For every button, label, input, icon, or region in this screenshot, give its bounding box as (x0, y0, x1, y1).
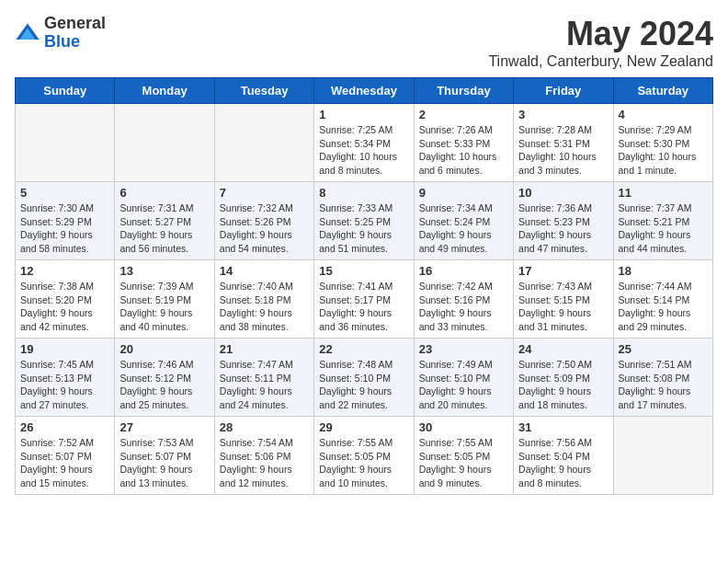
day-header-wednesday: Wednesday (314, 78, 414, 104)
calendar-cell: 4Sunrise: 7:29 AM Sunset: 5:30 PM Daylig… (613, 104, 712, 182)
day-number: 20 (119, 342, 209, 356)
calendar-cell: 9Sunrise: 7:34 AM Sunset: 5:24 PM Daylig… (414, 182, 513, 260)
day-number: 4 (619, 108, 708, 121)
cell-info: Sunrise: 7:43 AM Sunset: 5:15 PM Dayligh… (518, 280, 608, 334)
week-row-2: 5Sunrise: 7:30 AM Sunset: 5:29 PM Daylig… (16, 182, 713, 260)
logo-text: General Blue (44, 15, 106, 52)
calendar-cell: 30Sunrise: 7:55 AM Sunset: 5:05 PM Dayli… (414, 417, 513, 495)
calendar-cell: 15Sunrise: 7:41 AM Sunset: 5:17 PM Dayli… (314, 260, 414, 339)
calendar-cell: 13Sunrise: 7:39 AM Sunset: 5:19 PM Dayli… (115, 260, 214, 339)
day-header-sunday: Sunday (16, 78, 115, 104)
page-title: May 2024 (488, 15, 713, 53)
cell-info: Sunrise: 7:30 AM Sunset: 5:29 PM Dayligh… (20, 201, 109, 256)
calendar-cell (613, 417, 712, 495)
day-number: 8 (319, 186, 408, 200)
title-section: May 2024 Tinwald, Canterbury, New Zealan… (488, 15, 713, 70)
cell-info: Sunrise: 7:32 AM Sunset: 5:26 PM Dayligh… (220, 201, 309, 256)
day-number: 5 (20, 186, 109, 200)
cell-info: Sunrise: 7:37 AM Sunset: 5:21 PM Dayligh… (619, 201, 708, 256)
page-subtitle: Tinwald, Canterbury, New Zealand (488, 53, 713, 70)
calendar-cell: 14Sunrise: 7:40 AM Sunset: 5:18 PM Dayli… (214, 260, 313, 339)
day-number: 19 (20, 342, 109, 356)
calendar-cell: 24Sunrise: 7:50 AM Sunset: 5:09 PM Dayli… (514, 339, 613, 417)
cell-info: Sunrise: 7:44 AM Sunset: 5:14 PM Dayligh… (619, 280, 708, 334)
calendar-cell: 26Sunrise: 7:52 AM Sunset: 5:07 PM Dayli… (16, 417, 115, 495)
day-number: 29 (319, 420, 408, 434)
cell-info: Sunrise: 7:53 AM Sunset: 5:07 PM Dayligh… (119, 436, 209, 490)
cell-info: Sunrise: 7:52 AM Sunset: 5:07 PM Dayligh… (20, 436, 109, 490)
calendar-cell: 29Sunrise: 7:55 AM Sunset: 5:05 PM Dayli… (314, 417, 414, 495)
calendar-cell: 21Sunrise: 7:47 AM Sunset: 5:11 PM Dayli… (214, 339, 313, 417)
day-number: 12 (20, 264, 109, 278)
day-number: 23 (419, 342, 508, 356)
logo-general: General (44, 15, 106, 33)
calendar-cell: 2Sunrise: 7:26 AM Sunset: 5:33 PM Daylig… (414, 104, 513, 182)
cell-info: Sunrise: 7:55 AM Sunset: 5:05 PM Dayligh… (319, 436, 408, 490)
cell-info: Sunrise: 7:33 AM Sunset: 5:25 PM Dayligh… (319, 201, 408, 256)
day-header-monday: Monday (115, 78, 214, 104)
day-header-friday: Friday (514, 78, 613, 104)
day-number: 11 (619, 186, 708, 200)
cell-info: Sunrise: 7:49 AM Sunset: 5:10 PM Dayligh… (419, 358, 508, 412)
day-number: 21 (220, 342, 309, 356)
day-number: 13 (119, 264, 209, 278)
calendar-table: SundayMondayTuesdayWednesdayThursdayFrid… (15, 77, 713, 495)
calendar-cell: 17Sunrise: 7:43 AM Sunset: 5:15 PM Dayli… (514, 260, 613, 339)
logo-icon (15, 20, 40, 46)
day-number: 26 (20, 420, 109, 434)
week-row-1: 1Sunrise: 7:25 AM Sunset: 5:34 PM Daylig… (16, 104, 713, 182)
calendar-cell (16, 104, 115, 182)
day-number: 15 (319, 264, 408, 278)
week-row-3: 12Sunrise: 7:38 AM Sunset: 5:20 PM Dayli… (16, 260, 713, 339)
cell-info: Sunrise: 7:36 AM Sunset: 5:23 PM Dayligh… (518, 201, 608, 256)
cell-info: Sunrise: 7:51 AM Sunset: 5:08 PM Dayligh… (619, 358, 708, 412)
calendar-cell: 27Sunrise: 7:53 AM Sunset: 5:07 PM Dayli… (115, 417, 214, 495)
cell-info: Sunrise: 7:56 AM Sunset: 5:04 PM Dayligh… (518, 436, 608, 490)
calendar-cell: 12Sunrise: 7:38 AM Sunset: 5:20 PM Dayli… (16, 260, 115, 339)
day-number: 17 (518, 264, 608, 278)
day-number: 24 (518, 342, 608, 356)
calendar-cell: 8Sunrise: 7:33 AM Sunset: 5:25 PM Daylig… (314, 182, 414, 260)
day-number: 22 (319, 342, 408, 356)
cell-info: Sunrise: 7:54 AM Sunset: 5:06 PM Dayligh… (220, 436, 309, 490)
day-number: 9 (419, 186, 508, 200)
day-number: 18 (619, 264, 708, 278)
day-number: 14 (220, 264, 309, 278)
calendar-cell: 11Sunrise: 7:37 AM Sunset: 5:21 PM Dayli… (613, 182, 712, 260)
day-number: 6 (119, 186, 209, 200)
cell-info: Sunrise: 7:29 AM Sunset: 5:30 PM Dayligh… (619, 123, 708, 178)
cell-info: Sunrise: 7:40 AM Sunset: 5:18 PM Dayligh… (220, 280, 309, 334)
week-row-4: 19Sunrise: 7:45 AM Sunset: 5:13 PM Dayli… (16, 339, 713, 417)
day-header-tuesday: Tuesday (214, 78, 313, 104)
cell-info: Sunrise: 7:47 AM Sunset: 5:11 PM Dayligh… (220, 358, 309, 412)
day-number: 31 (518, 420, 608, 434)
day-number: 1 (319, 108, 408, 121)
cell-info: Sunrise: 7:42 AM Sunset: 5:16 PM Dayligh… (419, 280, 508, 334)
calendar-cell: 5Sunrise: 7:30 AM Sunset: 5:29 PM Daylig… (16, 182, 115, 260)
cell-info: Sunrise: 7:41 AM Sunset: 5:17 PM Dayligh… (319, 280, 408, 334)
cell-info: Sunrise: 7:31 AM Sunset: 5:27 PM Dayligh… (119, 201, 209, 256)
calendar-cell: 28Sunrise: 7:54 AM Sunset: 5:06 PM Dayli… (214, 417, 313, 495)
calendar-cell: 23Sunrise: 7:49 AM Sunset: 5:10 PM Dayli… (414, 339, 513, 417)
day-number: 3 (518, 108, 608, 121)
calendar-cell: 20Sunrise: 7:46 AM Sunset: 5:12 PM Dayli… (115, 339, 214, 417)
calendar-cell: 6Sunrise: 7:31 AM Sunset: 5:27 PM Daylig… (115, 182, 214, 260)
cell-info: Sunrise: 7:39 AM Sunset: 5:19 PM Dayligh… (119, 280, 209, 334)
day-number: 16 (419, 264, 508, 278)
day-header-row: SundayMondayTuesdayWednesdayThursdayFrid… (16, 78, 713, 104)
week-row-5: 26Sunrise: 7:52 AM Sunset: 5:07 PM Dayli… (16, 417, 713, 495)
logo-blue: Blue (44, 33, 106, 52)
calendar-cell: 22Sunrise: 7:48 AM Sunset: 5:10 PM Dayli… (314, 339, 414, 417)
calendar-cell (115, 104, 214, 182)
cell-info: Sunrise: 7:25 AM Sunset: 5:34 PM Dayligh… (319, 123, 408, 178)
cell-info: Sunrise: 7:28 AM Sunset: 5:31 PM Dayligh… (518, 123, 608, 178)
day-header-saturday: Saturday (613, 78, 712, 104)
day-number: 27 (119, 420, 209, 434)
calendar-cell: 31Sunrise: 7:56 AM Sunset: 5:04 PM Dayli… (514, 417, 613, 495)
day-number: 28 (220, 420, 309, 434)
calendar-cell: 7Sunrise: 7:32 AM Sunset: 5:26 PM Daylig… (214, 182, 313, 260)
day-number: 10 (518, 186, 608, 200)
cell-info: Sunrise: 7:50 AM Sunset: 5:09 PM Dayligh… (518, 358, 608, 412)
cell-info: Sunrise: 7:46 AM Sunset: 5:12 PM Dayligh… (119, 358, 209, 412)
day-number: 30 (419, 420, 508, 434)
